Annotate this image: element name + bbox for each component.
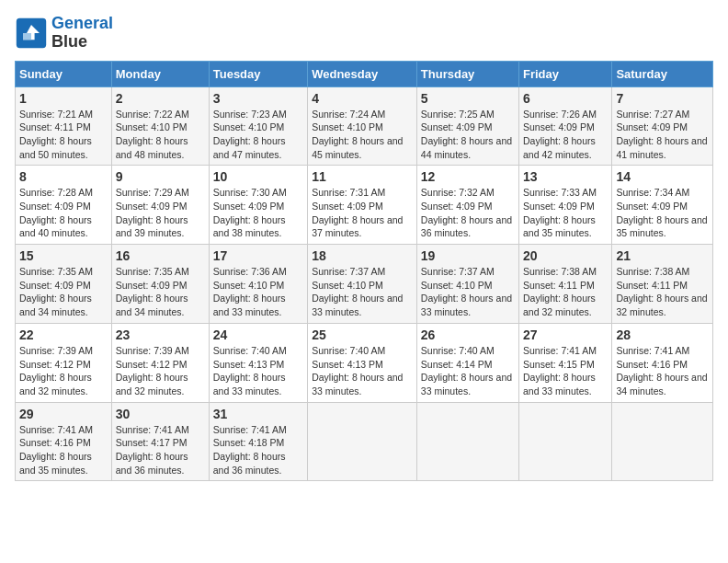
day-number: 21 [616,248,709,263]
calendar-cell: 22 Sunrise: 7:39 AM Sunset: 4:12 PM Dayl… [16,323,112,402]
day-number: 15 [19,248,108,263]
day-info: Sunrise: 7:40 AM Sunset: 4:14 PM Dayligh… [421,344,515,398]
calendar-cell: 19 Sunrise: 7:37 AM Sunset: 4:10 PM Dayl… [416,245,518,324]
day-info: Sunrise: 7:26 AM Sunset: 4:09 PM Dayligh… [523,108,608,162]
sunrise: Sunrise: 7:28 AM [19,187,93,198]
calendar-week-5: 29 Sunrise: 7:41 AM Sunset: 4:16 PM Dayl… [16,402,713,481]
day-number: 9 [116,169,205,184]
calendar-body: 1 Sunrise: 7:21 AM Sunset: 4:11 PM Dayli… [16,86,713,481]
calendar-cell: 28 Sunrise: 7:41 AM Sunset: 4:16 PM Dayl… [612,323,713,402]
day-info: Sunrise: 7:40 AM Sunset: 4:13 PM Dayligh… [213,344,303,398]
sunrise: Sunrise: 7:40 AM [421,345,495,356]
weekday-saturday: Saturday [612,61,713,86]
daylight: Daylight: 8 hours and 34 minutes. [616,372,707,396]
daylight: Daylight: 8 hours and 40 minutes. [19,214,92,239]
sunrise: Sunrise: 7:35 AM [116,266,189,277]
calendar-cell: 16 Sunrise: 7:35 AM Sunset: 4:09 PM Dayl… [111,245,209,324]
sunrise: Sunrise: 7:26 AM [523,109,597,120]
sunset: Sunset: 4:11 PM [616,280,688,291]
day-info: Sunrise: 7:35 AM Sunset: 4:09 PM Dayligh… [19,265,108,319]
sunset: Sunset: 4:14 PM [421,359,493,370]
calendar-cell: 4 Sunrise: 7:24 AM Sunset: 4:10 PM Dayli… [308,86,417,166]
sunrise: Sunrise: 7:32 AM [421,187,495,198]
calendar-cell: 20 Sunrise: 7:38 AM Sunset: 4:11 PM Dayl… [519,245,612,324]
calendar-cell: 6 Sunrise: 7:26 AM Sunset: 4:09 PM Dayli… [519,86,612,166]
calendar-cell: 10 Sunrise: 7:30 AM Sunset: 4:09 PM Dayl… [209,166,307,245]
daylight: Daylight: 8 hours and 38 minutes. [213,214,286,239]
sunrise: Sunrise: 7:35 AM [19,266,93,277]
calendar-table: SundayMondayTuesdayWednesdayThursdayFrid… [15,61,713,482]
sunset: Sunset: 4:09 PM [19,201,91,212]
sunset: Sunset: 4:11 PM [19,121,91,132]
logo-icon [15,17,48,50]
day-number: 16 [116,248,205,263]
sunset: Sunset: 4:10 PM [213,121,285,132]
day-info: Sunrise: 7:33 AM Sunset: 4:09 PM Dayligh… [523,186,608,240]
sunset: Sunset: 4:11 PM [523,280,595,291]
day-number: 27 [523,327,608,342]
day-info: Sunrise: 7:32 AM Sunset: 4:09 PM Dayligh… [421,186,515,240]
day-info: Sunrise: 7:38 AM Sunset: 4:11 PM Dayligh… [616,265,709,319]
day-info: Sunrise: 7:24 AM Sunset: 4:10 PM Dayligh… [312,108,413,162]
day-number: 20 [523,248,608,263]
day-number: 3 [213,91,303,106]
day-number: 13 [523,169,608,184]
calendar-cell: 3 Sunrise: 7:23 AM Sunset: 4:10 PM Dayli… [209,86,307,166]
daylight: Daylight: 8 hours and 45 minutes. [312,135,403,160]
calendar-cell: 11 Sunrise: 7:31 AM Sunset: 4:09 PM Dayl… [308,166,417,245]
sunrise: Sunrise: 7:33 AM [523,187,597,198]
calendar-cell: 21 Sunrise: 7:38 AM Sunset: 4:11 PM Dayl… [612,245,713,324]
weekday-tuesday: Tuesday [209,61,307,86]
sunrise: Sunrise: 7:22 AM [116,109,189,120]
sunrise: Sunrise: 7:21 AM [19,109,93,120]
day-info: Sunrise: 7:21 AM Sunset: 4:11 PM Dayligh… [19,108,108,162]
day-number: 5 [421,91,515,106]
sunrise: Sunrise: 7:37 AM [421,266,495,277]
daylight: Daylight: 8 hours and 48 minutes. [116,135,188,160]
logo-text: GeneralBlue [51,15,113,52]
calendar-cell: 23 Sunrise: 7:39 AM Sunset: 4:12 PM Dayl… [111,323,209,402]
sunset: Sunset: 4:09 PM [523,121,595,132]
calendar-cell: 7 Sunrise: 7:27 AM Sunset: 4:09 PM Dayli… [612,86,713,166]
calendar-cell: 24 Sunrise: 7:40 AM Sunset: 4:13 PM Dayl… [209,323,307,402]
sunset: Sunset: 4:16 PM [19,437,91,448]
sunset: Sunset: 4:10 PM [116,121,188,132]
calendar-week-3: 15 Sunrise: 7:35 AM Sunset: 4:09 PM Dayl… [16,245,713,324]
sunrise: Sunrise: 7:27 AM [616,109,689,120]
sunset: Sunset: 4:15 PM [523,359,595,370]
calendar-cell [519,402,612,481]
calendar-cell: 2 Sunrise: 7:22 AM Sunset: 4:10 PM Dayli… [111,86,209,166]
daylight: Daylight: 8 hours and 32 minutes. [523,293,596,317]
daylight: Daylight: 8 hours and 35 minutes. [523,214,596,239]
daylight: Daylight: 8 hours and 33 minutes. [523,372,596,396]
calendar-cell [308,402,417,481]
daylight: Daylight: 8 hours and 33 minutes. [213,293,286,317]
daylight: Daylight: 8 hours and 33 minutes. [312,372,403,396]
daylight: Daylight: 8 hours and 47 minutes. [213,135,286,160]
sunset: Sunset: 4:18 PM [213,437,285,448]
sunset: Sunset: 4:09 PM [213,201,285,212]
day-info: Sunrise: 7:37 AM Sunset: 4:10 PM Dayligh… [421,265,515,319]
daylight: Daylight: 8 hours and 32 minutes. [616,293,707,317]
day-info: Sunrise: 7:22 AM Sunset: 4:10 PM Dayligh… [116,108,205,162]
sunset: Sunset: 4:16 PM [616,359,688,370]
sunset: Sunset: 4:09 PM [616,201,688,212]
day-number: 31 [213,407,303,421]
sunset: Sunset: 4:09 PM [116,280,188,291]
sunrise: Sunrise: 7:41 AM [19,424,93,435]
calendar-cell: 9 Sunrise: 7:29 AM Sunset: 4:09 PM Dayli… [111,166,209,245]
daylight: Daylight: 8 hours and 35 minutes. [616,214,707,239]
daylight: Daylight: 8 hours and 33 minutes. [312,293,403,317]
day-info: Sunrise: 7:28 AM Sunset: 4:09 PM Dayligh… [19,186,108,240]
sunrise: Sunrise: 7:23 AM [213,109,287,120]
sunset: Sunset: 4:10 PM [213,280,285,291]
sunset: Sunset: 4:10 PM [421,280,493,291]
day-info: Sunrise: 7:27 AM Sunset: 4:09 PM Dayligh… [616,108,709,162]
daylight: Daylight: 8 hours and 34 minutes. [19,293,92,317]
daylight: Daylight: 8 hours and 32 minutes. [116,372,188,396]
day-info: Sunrise: 7:37 AM Sunset: 4:10 PM Dayligh… [312,265,413,319]
sunset: Sunset: 4:09 PM [19,280,91,291]
day-number: 28 [616,327,709,342]
page-header: GeneralBlue [15,15,713,52]
sunset: Sunset: 4:10 PM [312,280,383,291]
